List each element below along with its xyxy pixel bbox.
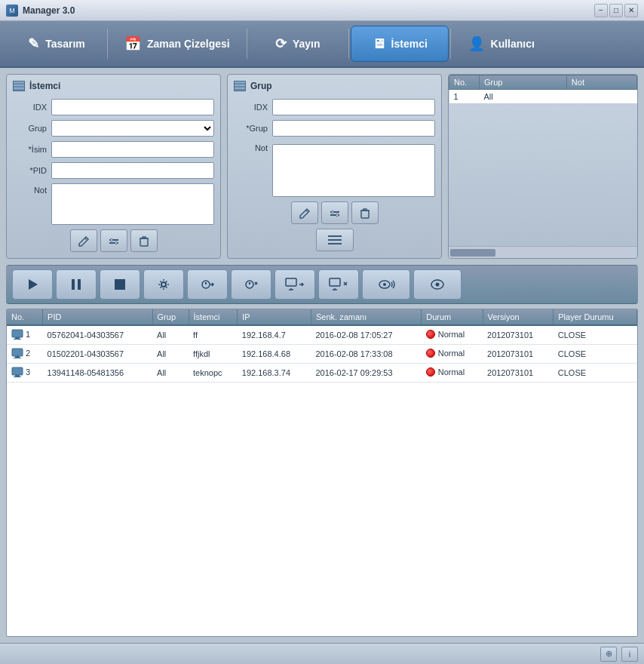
istemci-idx-label: IDX (13, 103, 47, 112)
data-table-row[interactable]: 2 01502201-04303567 All ffjkdl 192.168.4… (7, 345, 637, 364)
istemci-panel-header: İstemci (13, 81, 214, 91)
istemci-isim-row: *İsim (13, 141, 214, 158)
grup-list-table: No. Grup Not 1All (449, 75, 637, 104)
nav-kullanici[interactable]: 👤 Kullanıcı (452, 26, 550, 62)
data-table-row[interactable]: 3 13941148-05481356 All teknopc 192.168.… (7, 364, 637, 383)
data-table-col-header: PID (43, 309, 152, 325)
data-table-container: No.PIDGrupİstemciIPSenk. zamanıDurumVers… (6, 309, 638, 637)
istemci-delete-button[interactable] (130, 229, 158, 252)
kullanici-icon: 👤 (468, 35, 485, 52)
grup-not-label: Not (234, 143, 268, 152)
istemci-isim-input[interactable] (51, 141, 214, 158)
col-no: No. (449, 75, 480, 90)
status-btn-2[interactable]: i (621, 647, 638, 662)
data-table-row[interactable]: 1 05762041-04303567 All ff 192.168.4.7 2… (7, 325, 637, 345)
nav-divider-3 (348, 29, 349, 59)
nav-yayin[interactable]: ⟳ Yayın (249, 26, 347, 62)
svg-point-17 (161, 282, 166, 287)
grup-list-button[interactable] (316, 229, 354, 251)
close-button[interactable]: ✕ (624, 4, 638, 17)
svg-rect-21 (330, 278, 340, 286)
svg-point-8 (336, 214, 338, 217)
svg-rect-16 (115, 279, 125, 290)
settings-button[interactable] (143, 269, 184, 300)
istemci-grup-select[interactable] (51, 120, 214, 137)
grup-panel: Grup IDX *Grup Not (227, 74, 442, 259)
nav-tasarim-label: Tasarım (45, 38, 85, 50)
istemci-tools-button[interactable] (100, 229, 127, 252)
grup-edit-button[interactable] (291, 201, 318, 224)
data-table-col-header: Grup (152, 309, 189, 325)
data-table-col-header: No. (7, 309, 43, 325)
col-grup: Grup (480, 75, 567, 90)
svg-rect-11 (328, 239, 342, 241)
svg-rect-26 (12, 330, 23, 337)
main-area: İstemci IDX Grup *İsim *PID (0, 68, 644, 643)
grup-idx-input[interactable] (272, 99, 435, 115)
nav-zaman-cizelgesi[interactable]: 📅 Zaman Çizelgesi (109, 26, 245, 62)
grup-not-input[interactable] (272, 144, 435, 197)
svg-rect-34 (14, 377, 21, 377)
grup-grup-row: *Grup (234, 120, 435, 137)
grup-tools-button[interactable] (321, 201, 348, 224)
maximize-button[interactable]: □ (609, 4, 623, 17)
grup-grup-input[interactable] (272, 120, 435, 137)
svg-rect-30 (15, 356, 20, 358)
zaman-icon: 📅 (124, 35, 141, 52)
svg-point-23 (383, 283, 386, 286)
data-table-wrapper[interactable]: No.PIDGrupİstemciIPSenk. zamanıDurumVers… (7, 309, 637, 636)
svg-marker-13 (29, 279, 38, 290)
grup-panel-buttons (234, 201, 435, 224)
svg-rect-29 (12, 349, 23, 356)
istemci-panel: İstemci IDX Grup *İsim *PID (6, 74, 221, 259)
svg-point-7 (331, 211, 333, 214)
data-table-col-header: IP (238, 309, 311, 325)
istemci-pid-input[interactable] (51, 162, 214, 179)
grup-list-panel: No. Grup Not 1All (448, 74, 638, 259)
data-table-col-header: Durum (422, 309, 483, 325)
grup-list-row[interactable]: 1All (449, 90, 637, 104)
power-off-button[interactable] (231, 269, 271, 300)
toolbar-row (6, 265, 638, 304)
data-table-col-header: Player Durumu (554, 309, 637, 325)
istemci-edit-button[interactable] (70, 229, 97, 252)
nav-tasarim[interactable]: ✎ Tasarım (8, 26, 106, 62)
monitor-off-button[interactable] (318, 269, 359, 300)
istemci-idx-input[interactable] (51, 99, 214, 115)
grup-idx-row: IDX (234, 99, 435, 115)
top-panels: İstemci IDX Grup *İsim *PID (6, 74, 638, 259)
istemci-panel-title: İstemci (29, 81, 60, 91)
nav-istemci[interactable]: 🖥 İstemci (351, 26, 449, 62)
status-dot (426, 330, 435, 339)
monitor-on-button[interactable] (274, 269, 315, 300)
grup-grup-label: *Grup (234, 124, 268, 133)
grup-panel-header: Grup (234, 81, 435, 91)
app-icon: M (6, 5, 18, 17)
status-icons: ⊕ i (600, 647, 638, 662)
minimize-button[interactable]: − (594, 4, 608, 17)
tasarim-icon: ✎ (28, 35, 39, 52)
istemci-not-input[interactable] (51, 183, 214, 225)
svg-rect-4 (140, 238, 148, 246)
power-on-button[interactable] (187, 269, 228, 300)
grup-panel-icon (234, 81, 246, 91)
stop-button[interactable] (100, 269, 140, 300)
svg-point-2 (110, 239, 112, 241)
grup-delete-button[interactable] (351, 201, 379, 224)
istemci-nav-icon: 🖥 (372, 36, 385, 52)
data-table: No.PIDGrupİstemciIPSenk. zamanıDurumVers… (7, 309, 637, 383)
status-btn-1[interactable]: ⊕ (600, 647, 617, 662)
play-button[interactable] (12, 269, 53, 300)
istemci-grup-row: Grup (13, 120, 214, 137)
istemci-not-label: Not (13, 186, 47, 195)
eye-single-button[interactable] (413, 269, 462, 300)
data-table-col-header: İstemci (189, 309, 238, 325)
eye-group-button[interactable] (362, 269, 410, 300)
istemci-isim-label: *İsim (13, 145, 47, 154)
nav-divider-2 (247, 29, 247, 59)
pause-button[interactable] (56, 269, 97, 300)
svg-rect-20 (286, 278, 296, 286)
nav-istemci-label: İstemci (391, 38, 428, 50)
istemci-pid-label: *PID (13, 166, 47, 175)
nav-yayin-label: Yayın (293, 38, 320, 50)
